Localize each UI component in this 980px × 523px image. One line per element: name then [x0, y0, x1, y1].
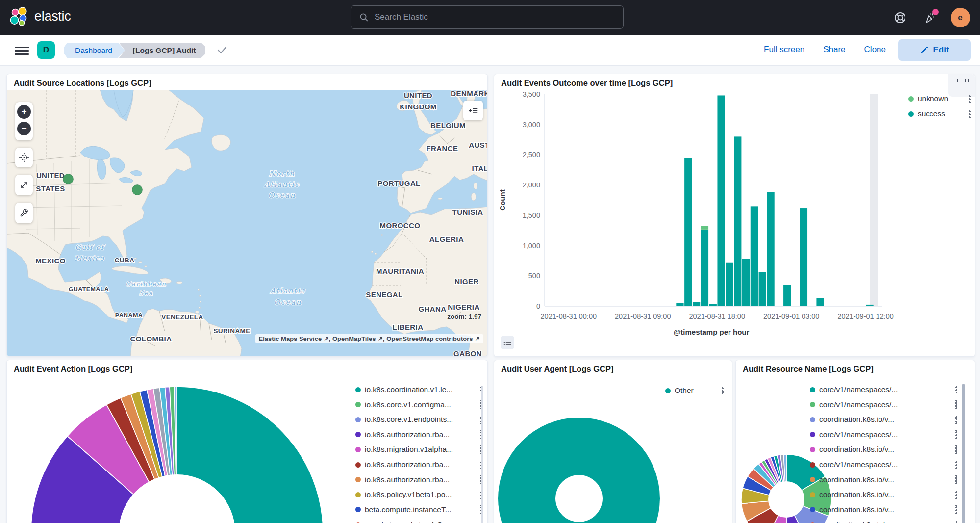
collapse-layers-button[interactable]: [463, 101, 483, 120]
space-avatar[interactable]: D: [37, 41, 55, 59]
share-button[interactable]: Share: [823, 45, 845, 54]
legend-scrollbar[interactable]: [481, 386, 483, 523]
legend-options-icon[interactable]: [955, 505, 957, 514]
legend-color-dot: [810, 447, 815, 452]
legend-item[interactable]: coordination.k8s.io/v...: [810, 414, 957, 425]
map-cluster-point[interactable]: [132, 185, 143, 195]
legend-item[interactable]: beta.compute.instanceT...: [355, 504, 482, 515]
legend-options-icon[interactable]: [955, 385, 957, 394]
legend-item[interactable]: unknown: [908, 93, 971, 104]
legend-color-dot: [355, 462, 361, 468]
fit-to-data-button[interactable]: [15, 175, 33, 195]
elastic-logo[interactable]: elastic: [10, 7, 71, 26]
zoom-in-button[interactable]: +: [17, 105, 31, 119]
whats-new-icon[interactable]: [921, 9, 938, 26]
map-country-label: GABON: [453, 349, 482, 357]
legend-item[interactable]: io.k8s.authorization.rba...: [355, 429, 482, 440]
legend-item[interactable]: coordination.k8s.io/v...: [810, 519, 957, 523]
pencil-icon: [920, 46, 929, 54]
map-cluster-point[interactable]: [63, 174, 74, 184]
set-view-button[interactable]: [15, 148, 33, 167]
legend-item[interactable]: core/v1/namespaces/...: [810, 429, 957, 440]
panel-audit-events-outcome: 05001,0001,5002,0002,5003,0003,5002021-0…: [494, 74, 975, 357]
legend-toggle-button[interactable]: [501, 336, 514, 349]
legend-color-dot: [810, 387, 815, 392]
legend-item[interactable]: coordination.k8s.io/v...: [810, 474, 957, 485]
expand-icon: [15, 175, 33, 195]
legend-options-icon[interactable]: [955, 520, 957, 523]
legend-color-dot: [355, 432, 361, 437]
panel-audit-resource-name: Audit Resource Name [Logs GCP] core/v1/n…: [735, 360, 975, 523]
svg-text:2,500: 2,500: [523, 151, 540, 158]
breadcrumb-dashboard[interactable]: Dashboard: [64, 43, 125, 58]
legend-item[interactable]: coordination.k8s.io/v...: [810, 489, 957, 500]
legend-item[interactable]: io.k8s.authorization.rba...: [355, 459, 482, 470]
svg-text:0: 0: [536, 302, 540, 310]
legend-item[interactable]: core/v1/namespaces/...: [810, 384, 957, 395]
map-canvas[interactable]: UNITEDSTATESMEXICOGUATEMALACUBAPANAMACOL…: [7, 90, 488, 357]
legend-color-dot: [810, 432, 815, 437]
legend-color-dot: [355, 417, 361, 422]
legend-label: coordination.k8s.io/v...: [819, 505, 951, 514]
legend-item[interactable]: io.k8s.migration.v1alpha...: [355, 444, 482, 455]
edit-button[interactable]: Edit: [898, 39, 971, 61]
legend-item[interactable]: google.iam.admin.v1.Cr...: [355, 519, 482, 523]
legend-options-icon[interactable]: [955, 415, 957, 424]
legend-item[interactable]: coordination.k8s.io/v...: [810, 504, 957, 515]
map-ocean-label: Mexico: [75, 254, 105, 262]
saved-check-icon: [216, 45, 228, 57]
legend-item[interactable]: core/v1/namespaces/...: [810, 399, 957, 410]
breadcrumb-current[interactable]: [Logs GCP] Audit: [119, 43, 206, 58]
search-input[interactable]: Search Elastic: [351, 5, 624, 29]
legend-item[interactable]: success: [908, 108, 971, 119]
legend-label: coordination.k8s.io/v...: [819, 520, 951, 523]
map-country-label: STATES: [36, 184, 65, 193]
map-country-label: AUSTR: [469, 141, 488, 149]
legend-scrollbar[interactable]: [962, 384, 965, 523]
legend-item[interactable]: coordination.k8s.io/v...: [810, 444, 957, 455]
legend-options-icon[interactable]: [722, 386, 725, 395]
legend-color-dot: [355, 447, 361, 452]
legend-options-icon[interactable]: [969, 109, 972, 118]
legend-label: coordination.k8s.io/v...: [819, 490, 951, 499]
map-attribution[interactable]: Elastic Maps Service ↗, OpenMapTiles ↗, …: [255, 334, 483, 343]
legend-label: beta.compute.instanceT...: [365, 505, 476, 514]
legend-item[interactable]: io.k8s.core.v1.endpoints...: [355, 414, 482, 425]
map-country-label: MAURITANIA: [376, 267, 424, 275]
user-avatar[interactable]: e: [951, 8, 970, 27]
legend-label: io.k8s.migration.v1alpha...: [365, 445, 476, 454]
legend-options-icon[interactable]: [955, 430, 957, 439]
help-icon[interactable]: [892, 9, 908, 26]
legend-color-dot: [355, 387, 361, 392]
full-screen-button[interactable]: Full screen: [764, 45, 804, 54]
map-tools-button[interactable]: [15, 203, 33, 223]
legend-options-icon[interactable]: [969, 94, 972, 103]
clone-button[interactable]: Clone: [864, 45, 886, 54]
legend-color-dot: [810, 417, 815, 422]
legend-options-icon[interactable]: [955, 460, 957, 469]
legend-options-icon[interactable]: [955, 445, 957, 454]
user-agent-donut-chart[interactable]: [494, 360, 732, 523]
legend-options-icon[interactable]: [955, 490, 957, 499]
legend-item[interactable]: Other: [665, 385, 724, 396]
legend-item[interactable]: core/v1/namespaces/...: [810, 459, 957, 470]
legend-label: io.k8s.authorization.rba...: [365, 460, 476, 469]
legend-options-icon[interactable]: [955, 400, 957, 409]
legend-item[interactable]: io.k8s.coordination.v1.le...: [355, 384, 482, 395]
legend-label: success: [918, 109, 965, 118]
legend-options-icon[interactable]: [955, 475, 957, 484]
panel-audit-user-agent: Audit User Agent [Logs GCP] Other: [494, 360, 732, 523]
map-country-label: UNITED: [36, 171, 65, 180]
map-ocean-label: North: [269, 169, 295, 178]
legend-item[interactable]: io.k8s.policy.v1beta1.po...: [355, 489, 482, 500]
legend-color-dot: [908, 111, 914, 117]
outcome-bar-chart[interactable]: 05001,0001,5002,0002,5003,0003,5002021-0…: [494, 74, 975, 357]
zoom-out-button[interactable]: −: [17, 122, 31, 135]
map-country-label: TUNISIA: [452, 208, 483, 216]
menu-icon[interactable]: [15, 47, 29, 55]
legend-item[interactable]: io.k8s.authorization.rba...: [355, 474, 482, 485]
legend-color-dot: [665, 388, 671, 393]
panel-audit-source-locations: Audit Source Locations [Logs GCP]: [6, 74, 488, 357]
panel-title: Audit User Agent [Logs GCP]: [501, 365, 613, 374]
legend-item[interactable]: io.k8s.core.v1.configma...: [355, 399, 482, 410]
